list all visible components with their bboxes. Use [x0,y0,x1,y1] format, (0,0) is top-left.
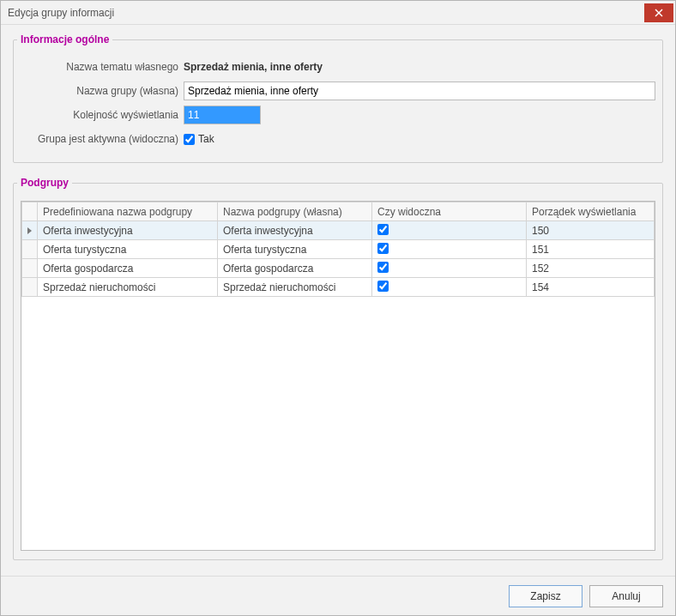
subgroups-legend: Podgrupy [17,177,72,189]
row-indicator [22,221,38,240]
table-row[interactable]: Oferta turystycznaOferta turystyczna151 [22,240,655,259]
visible-checkbox[interactable] [377,262,389,273]
cell-order[interactable]: 152 [527,259,655,278]
visible-checkbox[interactable] [377,224,389,235]
close-icon [655,9,663,17]
grid-header-visible[interactable]: Czy widoczna [372,202,527,221]
cell-predef[interactable]: Oferta turystyczna [38,240,218,259]
table-row[interactable]: Oferta gospodarczaOferta gospodarcza152 [22,259,655,278]
grid-header-row: Predefiniowana nazwa podgrupy Nazwa podg… [22,202,655,221]
grid-header-order[interactable]: Porządek wyświetlania [527,202,655,221]
subgroups-grid[interactable]: Predefiniowana nazwa podgrupy Nazwa podg… [21,201,655,551]
visible-checkbox[interactable] [377,243,389,254]
general-info-legend: Informacje ogólne [17,33,112,45]
active-checkbox[interactable] [184,134,195,145]
cell-order[interactable]: 150 [527,221,655,240]
row-topic: Nazwa tematu własnego Sprzedaż mienia, i… [21,57,655,76]
grid-header-own[interactable]: Nazwa podgrupy (własna) [218,202,372,221]
general-info-group: Informacje ogólne Nazwa tematu własnego … [13,33,663,163]
cell-visible[interactable] [372,278,527,297]
dialog-window: Edycja grupy informacji Informacje ogóln… [0,0,676,616]
value-topic: Sprzedaż mienia, inne oferty [184,61,323,73]
dialog-footer: Zapisz Anuluj [1,576,675,615]
label-topic: Nazwa tematu własnego [21,61,184,73]
cell-own[interactable]: Oferta inwestycyjna [218,221,372,240]
cell-own[interactable]: Oferta turystyczna [218,240,372,259]
row-group-name: Nazwa grupy (własna) [21,82,655,100]
content-area: Informacje ogólne Nazwa tematu własnego … [1,25,675,576]
cell-order[interactable]: 154 [527,278,655,297]
save-button[interactable]: Zapisz [509,585,582,607]
label-active: Grupa jest aktywna (widoczna) [21,133,184,145]
row-indicator [22,259,38,278]
titlebar: Edycja grupy informacji [1,1,675,25]
row-indicator [22,278,38,297]
subgroups-group: Podgrupy Predefiniowana nazwa podgrupy [13,177,663,560]
cell-visible[interactable] [372,240,527,259]
label-display-order: Kolejność wyświetlania [21,109,184,121]
cell-predef[interactable]: Sprzedaż nieruchomości [38,278,218,297]
grid-header-selector [22,202,38,221]
visible-checkbox[interactable] [377,281,389,292]
cell-predef[interactable]: Oferta gospodarcza [38,259,218,278]
active-checkbox-label: Tak [198,133,214,145]
cell-own[interactable]: Sprzedaż nieruchomości [218,278,372,297]
cancel-button[interactable]: Anuluj [589,585,663,607]
group-name-input[interactable] [184,82,655,100]
row-active: Grupa jest aktywna (widoczna) Tak [21,130,655,148]
display-order-input[interactable] [184,106,261,124]
cell-visible[interactable] [372,221,527,240]
table-row[interactable]: Oferta inwestycyjnaOferta inwestycyjna15… [22,221,655,240]
caret-right-icon [27,227,32,234]
cell-order[interactable]: 151 [527,240,655,259]
label-group-name: Nazwa grupy (własna) [21,85,184,97]
table-row[interactable]: Sprzedaż nieruchomościSprzedaż nieruchom… [22,278,655,297]
cell-visible[interactable] [372,259,527,278]
row-indicator [22,240,38,259]
cell-predef[interactable]: Oferta inwestycyjna [38,221,218,240]
cell-own[interactable]: Oferta gospodarcza [218,259,372,278]
grid-header-predef[interactable]: Predefiniowana nazwa podgrupy [38,202,218,221]
close-button[interactable] [644,3,673,22]
window-title: Edycja grupy informacji [8,7,114,19]
row-display-order: Kolejność wyświetlania [21,106,655,124]
